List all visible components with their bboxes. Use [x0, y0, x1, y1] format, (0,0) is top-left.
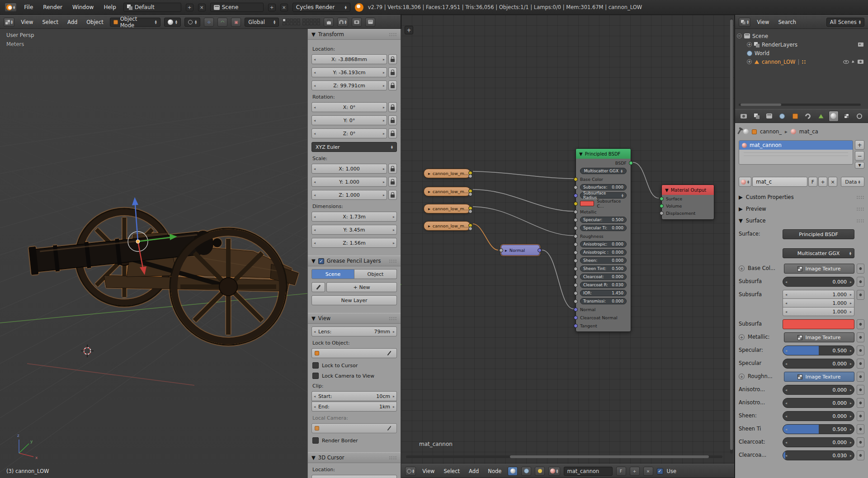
close-scene-button[interactable]: ×	[280, 4, 288, 11]
distribution-selector[interactable]: Multiscatter GGX▲▼	[783, 248, 854, 258]
rotation-mode-selector[interactable]: XYZ Euler▲▼	[311, 142, 397, 152]
outliner-scrollbar[interactable]	[739, 104, 861, 106]
visibility-eye-icon[interactable]	[843, 60, 849, 64]
sheen-slider[interactable]: ◂0.000▸	[783, 411, 854, 421]
grease-pencil-panel-header[interactable]: ▼ ✓ Grease Pencil Layers	[308, 256, 401, 266]
rotation-z-field[interactable]: ◂Z:0°▸	[311, 128, 387, 138]
tab-scene[interactable]	[764, 111, 774, 122]
texture-link-button[interactable]	[857, 277, 864, 287]
outliner-scope-selector[interactable]: All Scenes ▲▼	[826, 18, 864, 27]
renderable-camera-icon[interactable]	[858, 60, 863, 64]
ior-row[interactable]: IOR:1.450	[576, 289, 631, 297]
texture-link-button[interactable]	[857, 437, 864, 447]
specular-slider[interactable]: ◂0.500▸	[783, 345, 854, 355]
texture-link-button[interactable]	[857, 264, 864, 274]
mode-selector[interactable]: Object Mode ▲▼	[110, 18, 160, 27]
surface-shader-button[interactable]: Principled BSDF	[783, 229, 854, 239]
selectable-cursor-icon[interactable]	[852, 60, 855, 63]
specular-tint-row[interactable]: Specular Ti:0.000	[576, 224, 631, 232]
collapse-icon[interactable]: −	[737, 33, 742, 38]
outliner-item-cannon[interactable]: + cannon_LOW |	[737, 57, 866, 66]
lock-button[interactable]	[388, 115, 397, 125]
texture-link-button[interactable]	[857, 319, 864, 329]
texture-link-button[interactable]	[857, 385, 864, 395]
shader-type-object-button[interactable]	[508, 467, 518, 476]
tab-material[interactable]	[829, 111, 839, 122]
transform-panel-header[interactable]: ▼ Transform	[308, 29, 401, 40]
eyedropper-button[interactable]	[385, 426, 394, 431]
viewport-menu-object[interactable]: Object	[84, 18, 106, 26]
expand-icon[interactable]: +	[747, 59, 752, 64]
sheen-tint-row[interactable]: Sheen Tint:0.500	[576, 265, 631, 273]
anisotropic-socket[interactable]	[574, 242, 578, 246]
outliner-menu-search[interactable]: Search	[776, 18, 799, 26]
tab-modifiers[interactable]	[803, 111, 813, 122]
texture-link-button[interactable]	[857, 398, 864, 408]
displacement-socket[interactable]	[660, 211, 664, 215]
normal-socket[interactable]	[574, 308, 578, 312]
manipulator-scale-button[interactable]: ▣	[231, 18, 241, 27]
manipulator-rotate-button[interactable]: ◠	[217, 18, 227, 27]
node-editor[interactable]: + ▸ cannon_low_m... ▸ cannon_low_m... ▸ …	[401, 15, 735, 478]
subsurface-slider[interactable]: ◂0.000▸	[783, 277, 854, 287]
clearcoat-roughness-slider[interactable]: ◂0.030▸	[783, 450, 854, 460]
rotation-x-field[interactable]: ◂X:0°▸	[311, 102, 387, 112]
menu-window[interactable]: Window	[70, 3, 96, 11]
tab-render[interactable]	[739, 111, 749, 122]
scale-y-field[interactable]: ◂Y:1.000▸	[311, 177, 387, 187]
expand-icon[interactable]: +	[739, 265, 745, 271]
menu-file[interactable]: File	[21, 3, 36, 11]
eyedropper-button[interactable]	[385, 350, 394, 356]
layers-widget[interactable]	[283, 19, 320, 25]
subsurface-color-socket[interactable]	[574, 202, 578, 206]
tab-world[interactable]	[777, 111, 787, 122]
preview-panel-header[interactable]: ▶Preview	[739, 204, 864, 214]
surface-socket[interactable]	[660, 197, 664, 201]
anisotropic-rotation-slider[interactable]: ◂0.000▸	[783, 398, 854, 408]
panel-grip-icon[interactable]	[856, 219, 864, 223]
dimension-y-field[interactable]: ◂Y:3.45m▸	[311, 225, 397, 235]
render-border-checkbox[interactable]	[312, 437, 319, 444]
lock-button[interactable]	[388, 102, 397, 112]
specular-row[interactable]: Specular:0.500	[576, 216, 631, 224]
dimension-z-field[interactable]: ◂Z:1.56m▸	[311, 238, 397, 248]
screen-layout-selector[interactable]: Default	[123, 3, 181, 12]
principled-bsdf-node[interactable]: ▼ Principled BSDF BSDF Multiscatter GGX▲…	[576, 148, 631, 332]
input-socket[interactable]	[499, 248, 503, 252]
tab-object[interactable]	[790, 111, 800, 122]
lock-button[interactable]	[388, 128, 397, 138]
close-layout-button[interactable]: ×	[198, 4, 206, 11]
metallic-texture-button[interactable]: Image Texture	[784, 332, 854, 342]
shading-selector[interactable]: ▲▼	[164, 18, 181, 27]
tab-physics[interactable]	[854, 111, 864, 122]
clearcoat-normal-socket[interactable]	[574, 316, 578, 320]
texture-link-button[interactable]	[857, 359, 864, 369]
panel-grip-icon[interactable]	[389, 33, 397, 37]
slot-specials-button[interactable]: ▼	[855, 162, 864, 169]
outliner[interactable]: ▲▼ View Search All Scenes ▲▼ − Scene + R…	[735, 15, 868, 109]
alpha-output-socket[interactable]	[468, 227, 472, 231]
anisotropic-rotation-row[interactable]: Anisotropic :0.000	[576, 248, 631, 256]
custom-properties-panel-header[interactable]: ▶Custom Properties	[739, 192, 864, 202]
sheen-row[interactable]: Sheen:0.000	[576, 256, 631, 265]
material-name-field[interactable]: mat_c	[752, 177, 807, 187]
material-slot-selected[interactable]: mat_cannon	[739, 141, 853, 150]
panel-grip-icon[interactable]	[389, 317, 397, 321]
tangent-socket[interactable]	[574, 324, 578, 328]
use-nodes-checkbox[interactable]: ✓	[657, 468, 663, 474]
rotation-y-field[interactable]: ◂Y:0°▸	[311, 115, 387, 125]
snap-button[interactable]: ▲▼	[337, 18, 348, 27]
surface-panel-header[interactable]: ▼Surface	[739, 216, 864, 226]
subsurface-row[interactable]: Subsurface:0.000	[576, 183, 631, 191]
image-texture-node[interactable]: ▸ cannon_low_m...	[424, 204, 471, 213]
horizontal-scrollbar[interactable]	[406, 455, 722, 458]
breadcrumb-material[interactable]: mat_ca	[799, 128, 818, 135]
material-browse-button[interactable]: ▲▼	[548, 467, 560, 476]
volume-socket[interactable]	[660, 204, 664, 208]
view-panel-header[interactable]: ▼ View	[308, 313, 401, 324]
pin-icon[interactable]	[737, 129, 741, 134]
pivot-selector[interactable]: ▲▼	[184, 18, 200, 27]
gp-new-button[interactable]: +New	[326, 282, 397, 292]
texture-link-button[interactable]	[857, 450, 864, 460]
texture-link-button[interactable]	[857, 345, 864, 355]
